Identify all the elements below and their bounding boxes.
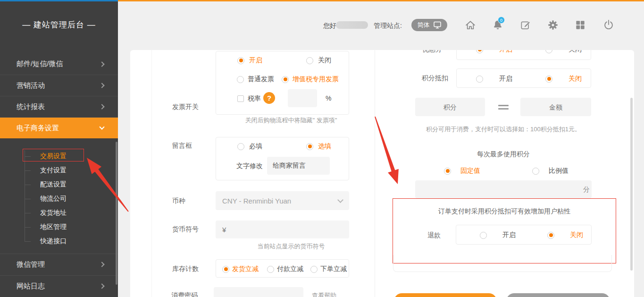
coupon-off-radio[interactable] <box>545 50 552 53</box>
currency-symbol-input[interactable] <box>216 221 349 238</box>
points-deduct-on-label[interactable]: 开启 <box>499 75 512 83</box>
percent-unit: % <box>326 94 331 102</box>
tree-tick <box>25 199 31 199</box>
normal-invoice-radio[interactable] <box>237 76 244 83</box>
invoice-on-radio[interactable] <box>237 57 244 64</box>
invoice-off-label[interactable]: 关闭 <box>318 56 331 65</box>
tax-rate-checkbox[interactable] <box>237 95 244 102</box>
coupon-off-label[interactable]: 关闭 <box>569 50 582 54</box>
refund-on-radio[interactable] <box>480 232 487 239</box>
stock-order-radio[interactable] <box>310 266 318 273</box>
points-deduct-off-radio[interactable] <box>545 76 552 83</box>
notification-badge: 0 <box>498 17 505 24</box>
sidebar-item-wechat-management[interactable]: 微信管理 <box>0 254 118 275</box>
bottom-secondary-button[interactable] <box>506 293 610 297</box>
tax-rate-label[interactable]: 税率 <box>248 94 261 103</box>
sidebar-subitem-region-management[interactable]: 地区管理 <box>40 220 67 234</box>
app-title: — 建站管理后台 — <box>0 19 118 30</box>
points-deduct-off-label[interactable]: 关闭 <box>569 75 582 83</box>
vat-invoice-radio[interactable] <box>282 76 289 83</box>
message-required-label[interactable]: 必填 <box>249 142 262 151</box>
bottom-primary-button[interactable] <box>394 293 497 297</box>
chevron-right-icon <box>99 83 104 88</box>
sidebar-item-ecommerce-settings[interactable]: 电子商务设置 <box>0 117 118 138</box>
settings-gear-icon[interactable] <box>547 19 559 31</box>
coupon-points-label: 优惠分 <box>422 50 442 54</box>
sidebar-item-label: 邮件/短信/微信 <box>17 59 63 68</box>
message-optional-radio[interactable] <box>306 143 313 150</box>
manage-site-label: 管理站点: <box>374 22 402 30</box>
view-help-link[interactable]: 查看帮助 <box>310 291 338 297</box>
refund-label: 退款 <box>427 231 441 240</box>
points-input[interactable] <box>415 98 485 116</box>
sidebar-item-label: 电子商务设置 <box>17 124 59 133</box>
currency-symbol-label: 货币符号 <box>172 225 199 234</box>
sidebar-item-reports[interactable]: 统计报表 <box>0 96 118 117</box>
message-optional-label[interactable]: 选填 <box>318 142 331 151</box>
sidebar-subitem-logistics-company[interactable]: 物流公司 <box>40 192 67 206</box>
ratio-value-radio[interactable] <box>532 168 539 175</box>
sidebar-item-mail-sms-wechat[interactable]: 邮件/短信/微信 <box>0 53 118 75</box>
greeting-text: 您好 <box>323 22 336 30</box>
sidebar-subitem-shipping-address[interactable]: 发货地址 <box>40 206 67 220</box>
stock-pay-radio[interactable] <box>267 266 274 273</box>
sidebar-item-label: 网站日志 <box>17 282 45 291</box>
currency-select[interactable]: CNY - Renminbi Yuan <box>216 191 349 210</box>
amount-input[interactable] <box>520 98 591 116</box>
power-logout-icon[interactable] <box>602 19 615 31</box>
subitem-label: 发货地址 <box>40 209 67 217</box>
sidebar-subitem-payment-settings[interactable]: 支付设置 <box>40 163 67 178</box>
refund-on-label[interactable]: 开启 <box>502 231 516 239</box>
invoice-on-label[interactable]: 开启 <box>249 56 262 65</box>
tax-rate-input[interactable] <box>288 89 317 107</box>
max-points-input[interactable] <box>415 180 592 198</box>
tree-tick <box>25 213 31 213</box>
stock-ship-label[interactable]: 发货立减 <box>232 265 259 273</box>
points-unit: 分 <box>576 186 590 194</box>
ratio-value-label[interactable]: 比例值 <box>549 167 569 175</box>
pay-password-input[interactable] <box>214 287 303 297</box>
edit-icon[interactable] <box>519 19 532 31</box>
stock-pay-label[interactable]: 付款立减 <box>277 265 303 273</box>
invoice-off-radio[interactable] <box>306 57 313 64</box>
sidebar-item-label: 营销活动 <box>17 81 45 90</box>
username-redacted <box>336 21 368 29</box>
section-bottom-border <box>393 255 612 272</box>
text-edit-label: 文字修改 <box>236 162 263 170</box>
stock-order-label[interactable]: 下单立减 <box>320 265 347 273</box>
sidebar-subitem-express-interface[interactable]: 快递接口 <box>40 234 67 248</box>
refund-off-radio[interactable] <box>547 232 554 239</box>
sidebar-subitem-delivery-settings[interactable]: 配送设置 <box>40 178 67 192</box>
apps-grid-icon[interactable] <box>574 19 586 31</box>
invoice-helper-text: 关闭后购物流程中将隐藏" 发票项" <box>216 116 367 125</box>
fixed-value-radio[interactable] <box>444 168 451 175</box>
chevron-down-icon <box>99 124 104 129</box>
sidebar-item-label: 统计报表 <box>17 102 45 111</box>
tree-tick <box>25 185 31 185</box>
content-scrollbar-thumb[interactable] <box>630 98 633 271</box>
currency-value: CNY - Renminbi Yuan <box>222 197 291 205</box>
sidebar-item-marketing[interactable]: 营销活动 <box>0 75 118 96</box>
fixed-value-label[interactable]: 固定值 <box>460 167 480 175</box>
points-deduct-on-radio[interactable] <box>476 76 483 83</box>
chevron-right-icon <box>99 283 104 289</box>
coupon-on-radio[interactable] <box>476 50 483 53</box>
points-deduct-label: 积分抵扣 <box>422 74 448 83</box>
invoice-options-box: 开启 关闭 普通发票 增值税专用发票 税率 ? % <box>216 51 349 115</box>
top-strip-orange <box>118 0 644 1</box>
refund-off-label[interactable]: 关闭 <box>570 231 583 239</box>
vat-invoice-label[interactable]: 增值税专用发票 <box>293 75 339 84</box>
coupon-on-label[interactable]: 开启 <box>499 50 512 54</box>
normal-invoice-label[interactable]: 普通发票 <box>248 75 274 84</box>
stock-ship-radio[interactable] <box>222 266 229 273</box>
message-required-radio[interactable] <box>237 143 244 150</box>
subitem-label: 配送设置 <box>40 180 67 189</box>
tree-tick <box>25 227 31 228</box>
sidebar-scrollbar-thumb[interactable] <box>116 142 117 285</box>
sidebar-item-site-logs[interactable]: 网站日志 <box>0 275 118 297</box>
chevron-right-icon <box>99 61 104 67</box>
help-question-icon[interactable]: ? <box>263 92 275 104</box>
home-icon[interactable] <box>464 19 477 31</box>
message-text-input[interactable] <box>267 157 330 175</box>
language-site-button[interactable]: 简体 <box>411 19 447 31</box>
